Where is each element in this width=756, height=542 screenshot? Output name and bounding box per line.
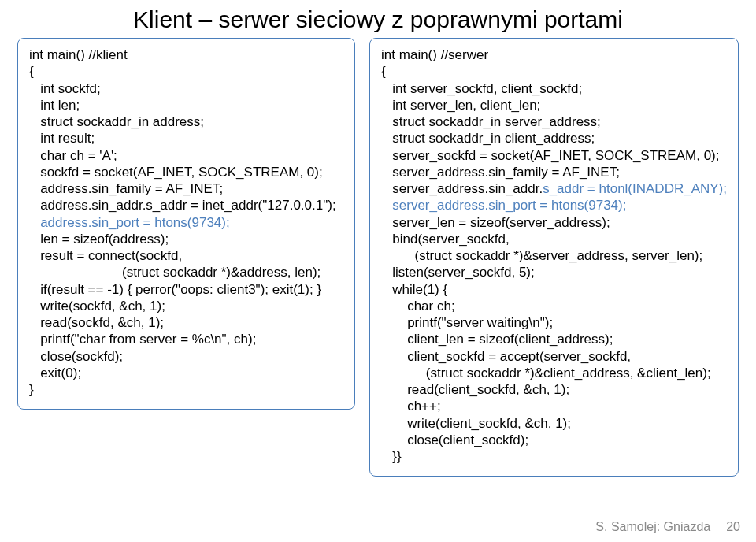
code-line: sockfd = socket(AF_INET, SOCK_STREAM, 0)… — [29, 164, 343, 180]
code-line: { — [29, 63, 343, 80]
code-line: read(client_sockfd, &ch, 1); — [381, 381, 727, 398]
code-line: { — [381, 63, 727, 80]
code-line: (struct sockaddr *)&server_address, serv… — [381, 247, 727, 264]
code-line: write(sockfd, &ch, 1); — [29, 298, 343, 314]
code-line: int server_sockfd, client_sockfd; — [381, 80, 727, 97]
code-line: int sockfd; — [29, 80, 343, 97]
code-line: ch++; — [381, 398, 727, 414]
client-code-box: int main() //klient { int sockfd; int le… — [17, 38, 355, 410]
code-text: server_address.sin_addr. — [381, 181, 543, 196]
footer-page: 20 — [726, 520, 740, 534]
slide: Klient – serwer sieciowy z poprawnymi po… — [0, 0, 756, 542]
code-line: while(1) { — [381, 281, 727, 298]
code-line-highlight: server_address.sin_addr.s_addr = htonl(I… — [381, 180, 727, 197]
code-line: struct sockaddr_in address; — [29, 113, 343, 130]
code-line: int server_len, client_len; — [381, 97, 727, 113]
code-line: result = connect(sockfd, — [29, 247, 343, 264]
code-line: }} — [381, 448, 727, 465]
code-line: int main() //serwer — [381, 46, 727, 63]
code-line: client_sockfd = accept(server_sockfd, — [381, 348, 727, 365]
code-line-highlight: address.sin_port = htons(9734); — [29, 214, 343, 231]
code-line: (struct sockaddr *)&client_address, &cli… — [381, 365, 727, 381]
code-line: int len; — [29, 97, 343, 113]
right-column: int main() //serwer { int server_sockfd,… — [369, 38, 739, 477]
code-line: close(sockfd); — [29, 348, 343, 365]
code-line: client_len = sizeof(client_address); — [381, 331, 727, 347]
code-highlight-text: s_addr = htonl(INADDR_ANY); — [543, 181, 727, 196]
code-line: len = sizeof(address); — [29, 231, 343, 247]
footer-author: S. Samolej: Gniazda — [595, 520, 710, 534]
code-line: printf("char from server = %c\n", ch); — [29, 331, 343, 347]
code-line: read(sockfd, &ch, 1); — [29, 314, 343, 331]
code-line-highlight: server_address.sin_port = htons(9734); — [381, 197, 727, 213]
code-line: address.sin_addr.s_addr = inet_addr("127… — [29, 197, 343, 213]
code-line: struct sockaddr_in client_address; — [381, 130, 727, 147]
code-line: char ch = 'A'; — [29, 147, 343, 164]
code-line: } — [29, 381, 343, 398]
code-line: server_address.sin_family = AF_INET; — [381, 164, 727, 180]
code-line: bind(server_sockfd, — [381, 231, 727, 247]
code-line: char ch; — [381, 298, 727, 314]
code-line: server_sockfd = socket(AF_INET, SOCK_STR… — [381, 147, 727, 164]
code-line: int result; — [29, 130, 343, 147]
code-line: printf("server waiting\n"); — [381, 314, 727, 331]
code-line: exit(0); — [29, 365, 343, 381]
code-line: server_len = sizeof(server_address); — [381, 214, 727, 231]
left-column: int main() //klient { int sockfd; int le… — [17, 38, 355, 477]
columns: int main() //klient { int sockfd; int le… — [17, 38, 739, 477]
server-code-box: int main() //serwer { int server_sockfd,… — [369, 38, 739, 477]
code-line: if(result == -1) { perror("oops: client3… — [29, 281, 343, 298]
code-line: (struct sockaddr *)&address, len); — [29, 264, 343, 280]
code-line: int main() //klient — [29, 46, 343, 63]
code-line: address.sin_family = AF_INET; — [29, 180, 343, 197]
slide-title: Klient – serwer sieciowy z poprawnymi po… — [17, 6, 739, 33]
code-line: close(client_sockfd); — [381, 432, 727, 448]
code-line: struct sockaddr_in server_address; — [381, 113, 727, 130]
code-line: listen(server_sockfd, 5); — [381, 264, 727, 280]
footer: S. Samolej: Gniazda 20 — [595, 520, 740, 534]
code-line: write(client_sockfd, &ch, 1); — [381, 415, 727, 432]
